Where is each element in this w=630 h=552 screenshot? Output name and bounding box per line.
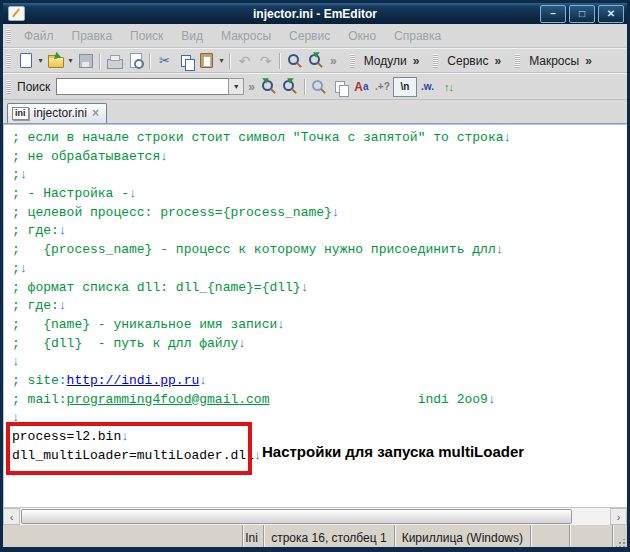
redo-button[interactable]: ↷: [255, 51, 276, 71]
ini-filetype-icon: ini: [12, 107, 29, 120]
find-in-files-button[interactable]: [330, 77, 351, 97]
open-folder-icon: [48, 57, 64, 68]
site-link[interactable]: http://indi.pp.ru: [67, 373, 200, 388]
editor-line: ↓: [12, 353, 627, 372]
macros-toolbar: Макросы »: [512, 54, 597, 68]
print-preview-button[interactable]: [125, 51, 146, 71]
open-file-button[interactable]: [45, 51, 66, 71]
emeditor-window: injector.ini - EmEditor – □ ✕ Файл Правк…: [0, 0, 630, 552]
resize-grip[interactable]: [612, 525, 627, 551]
toolbar-overflow-chevron[interactable]: »: [326, 54, 341, 68]
modules-chevron[interactable]: »: [412, 54, 425, 68]
macros-toolbar-label[interactable]: Макросы: [524, 54, 584, 68]
editor-line: ; mail:programming4food@gmail.com indi 2…: [12, 391, 627, 410]
horizontal-scrollbar[interactable]: ‹ ›: [3, 507, 627, 525]
save-icon: [79, 54, 93, 68]
search-label: Поиск: [17, 80, 50, 94]
toolbar-separator: [304, 79, 306, 95]
modules-toolbar: Модули »: [347, 54, 425, 68]
open-file-dropdown[interactable]: ▾: [66, 56, 75, 65]
mail-link[interactable]: programming4food@gmail.com: [67, 392, 270, 407]
tab-injector-ini[interactable]: ini injector.ini ×: [7, 103, 107, 123]
scroll-right-arrow[interactable]: ›: [610, 508, 627, 525]
incremental-search-button[interactable]: [309, 77, 330, 97]
scrollbar-thumb[interactable]: [21, 509, 572, 524]
search-history-dropdown[interactable]: ▾: [228, 78, 244, 95]
print-button[interactable]: [104, 51, 125, 71]
macros-chevron[interactable]: »: [584, 54, 597, 68]
whole-word-button[interactable]: .w.: [417, 77, 438, 97]
menu-edit[interactable]: Правка: [63, 29, 122, 43]
up-down-arrows-icon: ↑↓: [444, 81, 453, 93]
find-previous-icon: [262, 80, 273, 91]
find-icon: [288, 54, 299, 65]
scrollbar-track[interactable]: [20, 508, 610, 525]
status-encoding: Кириллица (Windows): [394, 525, 530, 551]
minimize-button[interactable]: –: [540, 5, 566, 23]
match-case-button[interactable]: Aa: [351, 77, 372, 97]
toolbar-grip[interactable]: [433, 54, 438, 68]
menu-grip[interactable]: [6, 29, 11, 43]
editor-line: ; где:↓: [12, 297, 627, 316]
paste-button[interactable]: [196, 51, 217, 71]
cut-button[interactable]: ✂: [154, 51, 175, 71]
editor-line: ; где:↓: [12, 222, 627, 241]
whole-word-icon: .w.: [421, 81, 434, 92]
new-file-button[interactable]: [15, 51, 36, 71]
save-button[interactable]: [75, 51, 96, 71]
documents-icon: [335, 81, 345, 93]
editor-line: ; - Настройка -↓: [12, 185, 627, 204]
copy-button[interactable]: [175, 51, 196, 71]
scroll-left-arrow[interactable]: ‹: [3, 508, 20, 525]
new-file-dropdown[interactable]: ▾: [36, 56, 45, 65]
status-empty-cell: [530, 525, 569, 551]
toolbar-separator: [229, 53, 231, 69]
status-cursor-position: строка 16, столбец 1: [263, 525, 393, 551]
toolbar-separator: [99, 53, 101, 69]
tools-toolbar: Сервис »: [430, 54, 506, 68]
escape-sequence-button[interactable]: \n: [393, 77, 417, 97]
search-direction-button[interactable]: ↑↓: [438, 77, 459, 97]
regex-icon: .+?: [375, 81, 390, 92]
menu-file[interactable]: Файл: [15, 29, 63, 43]
menu-window[interactable]: Окно: [339, 29, 385, 43]
menu-tools[interactable]: Сервис: [280, 29, 339, 43]
search-input[interactable]: [56, 78, 228, 95]
search-overflow-chevron[interactable]: »: [244, 80, 259, 94]
find-button[interactable]: [284, 51, 305, 71]
toolbar-grip[interactable]: [350, 54, 355, 68]
regex-button[interactable]: .+?: [372, 77, 393, 97]
tools-toolbar-label[interactable]: Сервис: [442, 54, 493, 68]
toolbar-grip[interactable]: [6, 54, 11, 68]
tab-close-icon[interactable]: ×: [92, 107, 99, 119]
modules-toolbar-label[interactable]: Модули: [359, 54, 412, 68]
paste-dropdown[interactable]: ▾: [217, 56, 226, 65]
toolbar-separator: [149, 53, 151, 69]
menu-search[interactable]: Поиск: [121, 29, 172, 43]
menu-view[interactable]: Вид: [172, 29, 212, 43]
toolbar-grip[interactable]: [6, 80, 11, 94]
toolbar-separator: [279, 53, 281, 69]
annotation-text: Настройки для запуска multiLoader: [262, 443, 524, 460]
print-icon: [107, 59, 123, 69]
redo-icon: ↷: [260, 54, 272, 68]
status-filetype: Ini: [242, 525, 263, 551]
close-button[interactable]: ✕: [598, 5, 624, 23]
find-next-button[interactable]: [280, 77, 301, 97]
toolbar-grip[interactable]: [515, 54, 520, 68]
menu-bar: Файл Правка Поиск Вид Макросы Сервис Окн…: [3, 24, 627, 48]
undo-button[interactable]: ↶: [234, 51, 255, 71]
menu-help[interactable]: Справка: [385, 29, 450, 43]
find-previous-button[interactable]: [259, 77, 280, 97]
editor-line: ; целевой процесс: process={process_name…: [12, 204, 627, 223]
replace-button[interactable]: [305, 51, 326, 71]
tools-chevron[interactable]: »: [493, 54, 506, 68]
editor-line: ; формат списка dll: dll_{name}={dll}↓: [12, 279, 627, 298]
menu-macros[interactable]: Макросы: [212, 29, 280, 43]
editor-line: ;↓: [12, 166, 627, 185]
maximize-button[interactable]: □: [569, 5, 595, 23]
status-bar: Ini строка 16, столбец 1 Кириллица (Wind…: [3, 525, 627, 551]
editor-line: ; {name} - уникальное имя записи↓: [12, 316, 627, 335]
main-toolbar: ▾ ▾ ✂ ▾ ↶ ↷ » Модули » Сервис » Макросы: [3, 48, 627, 73]
search-toolbar: Поиск ▾ » Aa .+? \n .w. ↑↓: [3, 73, 627, 100]
